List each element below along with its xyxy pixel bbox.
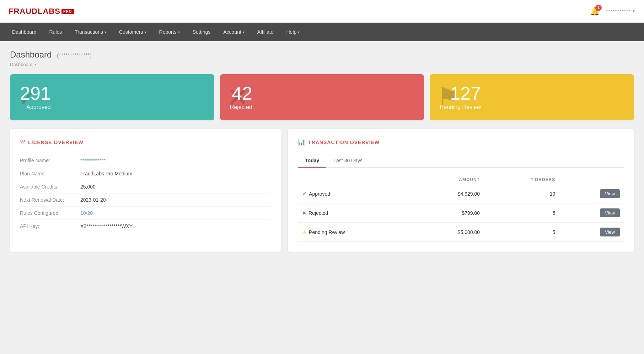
rejected-amount: $799.00 bbox=[414, 203, 484, 223]
pending-label: Pending Review bbox=[440, 104, 481, 110]
chevron-down-icon: ▾ bbox=[178, 30, 180, 34]
notification-badge: 1 bbox=[595, 5, 602, 11]
stat-card-rejected[interactable]: ✕ 42 Rejected bbox=[220, 74, 424, 120]
approved-label: Approved bbox=[20, 104, 51, 110]
approved-count: 291 bbox=[20, 84, 51, 103]
license-panel: ♡ LICENSE OVERVIEW Profile Name: *******… bbox=[10, 129, 281, 252]
transaction-tabs: Today Last 30 Days bbox=[298, 154, 624, 168]
nav-item-rules[interactable]: Rules bbox=[43, 23, 69, 41]
logo: FRAUDLABSPRO bbox=[9, 7, 74, 16]
nav-item-account[interactable]: Account ▾ bbox=[217, 23, 251, 41]
nav-item-transactions[interactable]: Transactions ▾ bbox=[68, 23, 113, 41]
approved-amount: $4,929.00 bbox=[414, 184, 484, 203]
stat-card-pending[interactable]: ⚑ 127 Pending Review bbox=[430, 74, 634, 120]
view-rejected-button[interactable]: View bbox=[600, 208, 620, 217]
approved-orders: 10 bbox=[484, 184, 559, 203]
logo-text: FRAUDLABSPRO bbox=[9, 7, 74, 16]
xmark-icon: ✖ bbox=[302, 210, 306, 216]
license-row-plan: Plan Name: FraudLabs Pro Medium bbox=[20, 167, 271, 180]
transaction-panel: 📊 TRANSACTION OVERVIEW Today Last 30 Day… bbox=[288, 129, 634, 252]
license-title: ♡ LICENSE OVERVIEW bbox=[20, 139, 271, 146]
checkmark-icon: ✔ bbox=[302, 190, 307, 197]
tab-today[interactable]: Today bbox=[298, 155, 326, 168]
page-content: Dashboard (**************) Dashboard ● ✓… bbox=[0, 41, 644, 260]
stat-card-approved[interactable]: ✓ 291 Approved bbox=[10, 74, 214, 120]
view-approved-button[interactable]: View bbox=[600, 189, 620, 198]
license-row-profile: Profile Name: ************* bbox=[20, 154, 271, 167]
nav-item-affiliate[interactable]: Affiliate bbox=[251, 23, 280, 41]
table-header: AMOUNT # ORDERS bbox=[298, 175, 624, 184]
nav-item-reports[interactable]: Reports ▾ bbox=[153, 23, 186, 41]
table-row: ✖ Rejected $799.00 5 View bbox=[298, 203, 624, 223]
pro-badge: PRO bbox=[61, 9, 74, 14]
pending-orders: 5 bbox=[484, 223, 559, 242]
license-row-renewal: Next Renewal Date: 2023-01-20 bbox=[20, 194, 271, 207]
page-title: Dashboard (**************) bbox=[10, 50, 634, 60]
user-mask: ************** bbox=[605, 9, 630, 14]
status-approved: ✔ Approved bbox=[302, 190, 410, 197]
chevron-down-icon: ▾ bbox=[298, 30, 300, 34]
chevron-down-icon: ▾ bbox=[104, 30, 106, 34]
table-row: ✔ Approved $4,929.00 10 View bbox=[298, 184, 624, 203]
license-row-apikey: API Key: X2******************WXY bbox=[20, 220, 271, 233]
notification-bell[interactable]: 🔔 1 bbox=[590, 7, 600, 16]
rejected-count: 42 bbox=[230, 84, 252, 103]
rejected-orders: 5 bbox=[484, 203, 559, 223]
warning-icon: ⚠ bbox=[302, 229, 307, 235]
nav-item-dashboard[interactable]: Dashboard bbox=[6, 23, 43, 41]
license-row-rules: Rules Configured: 10/20 bbox=[20, 207, 271, 220]
col-amount: AMOUNT bbox=[414, 175, 484, 184]
rejected-label: Rejected bbox=[230, 104, 252, 110]
breadcrumb: Dashboard ● bbox=[10, 62, 634, 67]
transaction-title: 📊 TRANSACTION OVERVIEW bbox=[298, 139, 624, 146]
header-right: 🔔 1 ************** ▼ bbox=[590, 7, 635, 16]
col-orders: # ORDERS bbox=[484, 175, 559, 184]
chevron-down-icon: ▾ bbox=[243, 30, 245, 34]
license-row-credits: Available Credits: 25,000 bbox=[20, 180, 271, 194]
panels: ♡ LICENSE OVERVIEW Profile Name: *******… bbox=[10, 129, 634, 252]
nav-item-customers[interactable]: Customers ▾ bbox=[113, 23, 153, 41]
view-pending-button[interactable]: View bbox=[600, 228, 620, 236]
chart-icon: 📊 bbox=[298, 139, 305, 146]
main-nav: Dashboard Rules Transactions ▾ Customers… bbox=[0, 23, 644, 41]
tab-last30days[interactable]: Last 30 Days bbox=[326, 155, 370, 168]
pending-amount: $5,000.00 bbox=[414, 223, 484, 242]
heart-icon: ♡ bbox=[20, 139, 25, 146]
breadcrumb-dot: ● bbox=[35, 63, 37, 66]
chevron-down-icon: ▾ bbox=[145, 30, 146, 34]
pending-count: 127 bbox=[440, 84, 481, 103]
status-rejected: ✖ Rejected bbox=[302, 210, 410, 216]
table-row: ⚠ Pending Review $5,000.00 5 View bbox=[298, 223, 624, 242]
chevron-down-icon: ▼ bbox=[632, 9, 635, 13]
status-pending: ⚠ Pending Review bbox=[302, 229, 410, 235]
transaction-table: AMOUNT # ORDERS ✔ Approved $4,929.0 bbox=[298, 175, 624, 242]
nav-item-settings[interactable]: Settings bbox=[186, 23, 217, 41]
top-header: FRAUDLABSPRO 🔔 1 ************** ▼ bbox=[0, 0, 644, 23]
user-menu[interactable]: ************** ▼ bbox=[605, 9, 635, 14]
nav-item-help[interactable]: Help ▾ bbox=[280, 23, 306, 41]
stat-cards: ✓ 291 Approved ✕ 42 Rejected ⚑ 127 Pendi… bbox=[10, 74, 634, 120]
